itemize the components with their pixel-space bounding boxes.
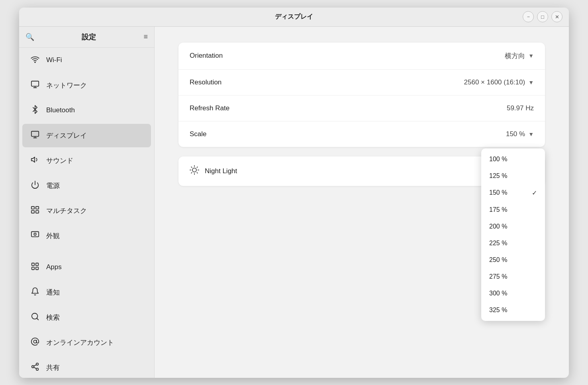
sidebar-item-sharing[interactable]: 共有 bbox=[22, 356, 151, 378]
scale-option-275[interactable]: 275 % bbox=[481, 268, 545, 285]
svg-line-31 bbox=[197, 167, 197, 167]
svg-point-17 bbox=[33, 340, 36, 343]
night-light-label: Night Light bbox=[205, 167, 237, 175]
sidebar-item-label-search: 検索 bbox=[46, 313, 60, 322]
svg-rect-12 bbox=[36, 263, 38, 265]
wifi-icon bbox=[30, 55, 40, 66]
sidebar-item-label-apps: Apps bbox=[46, 263, 62, 271]
sidebar-item-label-sharing: 共有 bbox=[46, 363, 60, 372]
search-icon-sidebar bbox=[30, 312, 40, 323]
sidebar-item-label-appearance: 外観 bbox=[46, 231, 60, 240]
sidebar-item-bluetooth[interactable]: Bluetooth bbox=[22, 99, 151, 122]
sidebar-item-label-multitask: マルチタスク bbox=[46, 206, 87, 215]
scale-value-text: 150 % bbox=[506, 130, 525, 138]
svg-line-26 bbox=[191, 167, 192, 167]
sidebar-item-label-bluetooth: Bluetooth bbox=[46, 106, 75, 114]
scale-option-175-label: 175 % bbox=[489, 206, 507, 213]
scale-value[interactable]: 150 % ▼ bbox=[506, 130, 534, 138]
scale-option-300-label: 300 % bbox=[489, 290, 507, 297]
refresh-rate-value: 59.97 Hz bbox=[507, 104, 534, 112]
svg-line-30 bbox=[191, 172, 192, 173]
scale-option-200-label: 200 % bbox=[489, 223, 507, 230]
scale-option-100[interactable]: 100 % bbox=[481, 151, 545, 168]
scale-row: Scale 150 % ▼ 100 % 125 % bbox=[178, 121, 545, 147]
window-controls: － □ ✕ bbox=[523, 11, 563, 22]
sidebar-item-display[interactable]: ディスプレイ bbox=[22, 124, 151, 147]
display-settings-card: Orientation 横方向 ▼ Resolution 2560 × 1600… bbox=[178, 43, 545, 147]
orientation-value-text: 横方向 bbox=[505, 51, 525, 61]
scale-option-325-label: 325 % bbox=[489, 307, 507, 314]
scale-option-150[interactable]: 150 % ✓ bbox=[481, 184, 545, 201]
sidebar-item-notifications[interactable]: 通知 bbox=[22, 281, 151, 304]
sidebar-item-network[interactable]: ネットワーク bbox=[22, 74, 151, 97]
sidebar-item-apps[interactable]: Apps bbox=[22, 256, 151, 279]
search-icon[interactable]: 🔍 bbox=[25, 33, 34, 41]
svg-rect-1 bbox=[31, 81, 39, 86]
orientation-value[interactable]: 横方向 ▼ bbox=[505, 51, 534, 61]
resolution-value[interactable]: 2560 × 1600 (16:10) ▼ bbox=[464, 78, 534, 86]
svg-point-23 bbox=[192, 168, 196, 172]
sidebar-item-power[interactable]: 電源 bbox=[22, 174, 151, 197]
scale-option-200[interactable]: 200 % bbox=[481, 218, 545, 235]
scale-option-175[interactable]: 175 % bbox=[481, 201, 545, 218]
svg-rect-5 bbox=[31, 206, 34, 209]
share-icon bbox=[30, 362, 40, 373]
scale-option-275-label: 275 % bbox=[489, 273, 507, 280]
scale-option-325[interactable]: 325 % bbox=[481, 302, 545, 319]
orientation-row: Orientation 横方向 ▼ bbox=[178, 43, 545, 70]
sidebar-item-search[interactable]: 検索 bbox=[22, 306, 151, 329]
bell-icon bbox=[30, 287, 40, 298]
svg-rect-2 bbox=[31, 131, 39, 136]
scale-option-300[interactable]: 300 % bbox=[481, 285, 545, 302]
appearance-icon bbox=[30, 231, 40, 241]
menu-icon[interactable]: ≡ bbox=[143, 33, 148, 41]
bluetooth-icon bbox=[30, 105, 40, 116]
sidebar-item-sound[interactable]: サウンド bbox=[22, 149, 151, 172]
sidebar-item-label-network: ネットワーク bbox=[46, 81, 87, 90]
orientation-dropdown-arrow: ▼ bbox=[528, 53, 534, 59]
sidebar-title: 設定 bbox=[39, 32, 139, 42]
scale-option-125-label: 125 % bbox=[489, 172, 507, 180]
svg-rect-14 bbox=[36, 267, 38, 269]
refresh-rate-value-text: 59.97 Hz bbox=[507, 104, 534, 112]
settings-window: ディスプレイ － □ ✕ 🔍 設定 ≡ bbox=[19, 8, 569, 378]
minimize-button[interactable]: － bbox=[523, 11, 534, 22]
scale-option-225[interactable]: 225 % bbox=[481, 235, 545, 252]
svg-line-22 bbox=[34, 364, 36, 366]
refresh-rate-label: Refresh Rate bbox=[190, 104, 507, 112]
scale-selected-check: ✓ bbox=[532, 189, 537, 197]
scale-dropdown-arrow: ▼ bbox=[528, 131, 534, 137]
scale-option-250[interactable]: 250 % bbox=[481, 252, 545, 268]
sound-icon bbox=[30, 155, 40, 166]
sidebar-item-label-power: 電源 bbox=[46, 181, 60, 190]
svg-point-0 bbox=[35, 62, 35, 63]
apps-icon bbox=[30, 262, 40, 273]
power-icon bbox=[30, 180, 40, 191]
scale-option-125[interactable]: 125 % bbox=[481, 168, 545, 184]
svg-rect-6 bbox=[36, 206, 39, 209]
resolution-row: Resolution 2560 × 1600 (16:10) ▼ bbox=[178, 70, 545, 96]
sidebar: 🔍 設定 ≡ Wi-Fi bbox=[19, 27, 155, 378]
scale-label: Scale bbox=[190, 130, 506, 138]
scale-option-100-label: 100 % bbox=[489, 156, 507, 163]
maximize-button[interactable]: □ bbox=[537, 11, 548, 22]
close-button[interactable]: ✕ bbox=[551, 11, 563, 22]
scale-option-225-label: 225 % bbox=[489, 240, 507, 247]
sidebar-item-wifi[interactable]: Wi-Fi bbox=[22, 49, 151, 72]
resolution-dropdown-arrow: ▼ bbox=[528, 79, 534, 86]
svg-marker-3 bbox=[31, 157, 35, 162]
window-body: 🔍 設定 ≡ Wi-Fi bbox=[19, 27, 569, 378]
sidebar-item-label-notifications: 通知 bbox=[46, 288, 60, 297]
svg-rect-11 bbox=[32, 263, 34, 265]
scale-option-250-label: 250 % bbox=[489, 256, 507, 264]
sidebar-item-online-accounts[interactable]: オンラインアカウント bbox=[22, 331, 151, 354]
svg-line-16 bbox=[37, 318, 38, 320]
svg-rect-8 bbox=[36, 210, 39, 213]
sidebar-item-label-online-accounts: オンラインアカウント bbox=[46, 338, 114, 347]
sidebar-item-multitask[interactable]: マルチタスク bbox=[22, 199, 151, 223]
sidebar-item-appearance[interactable]: 外観 bbox=[22, 224, 151, 248]
sidebar-header: 🔍 設定 ≡ bbox=[19, 27, 154, 48]
titlebar: ディスプレイ － □ ✕ bbox=[19, 8, 569, 27]
main-content: Orientation 横方向 ▼ Resolution 2560 × 1600… bbox=[155, 27, 569, 378]
orientation-label: Orientation bbox=[190, 52, 505, 60]
